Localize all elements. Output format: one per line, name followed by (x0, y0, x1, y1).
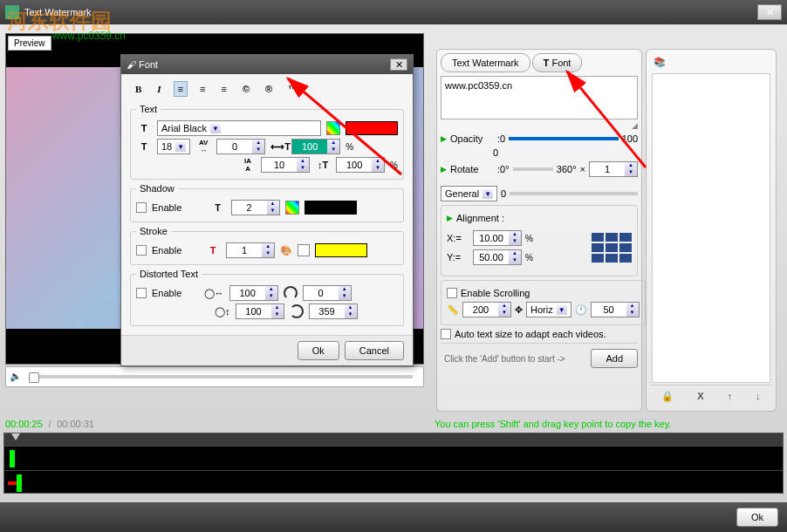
scroll-speed-spinner[interactable]: ▲▼ (591, 302, 640, 317)
font-icon: T (136, 123, 152, 133)
italic-button[interactable]: I (154, 82, 164, 96)
stroke-color-swatch[interactable] (315, 243, 367, 257)
registered-button[interactable]: ® (262, 82, 276, 96)
height-scale-icon: ↕T (315, 160, 331, 170)
align-br[interactable] (619, 254, 632, 263)
rotate-multiplier[interactable]: ▲▼ (589, 161, 638, 177)
ruler-icon: 📏 (447, 304, 459, 316)
blend-slider[interactable] (510, 192, 638, 195)
align-center-button[interactable]: ≡ (196, 82, 209, 96)
rotate-slider[interactable] (513, 167, 553, 171)
height-scale-spinner[interactable]: ▲▼ (336, 157, 385, 173)
tab-text-watermark[interactable]: Text Watermark (441, 53, 530, 72)
align-left-button[interactable]: ≡ (174, 81, 188, 97)
line-height-spinner[interactable]: ▲▼ (261, 157, 310, 173)
window-titlebar: Text Watermark ✕ (0, 0, 787, 24)
enable-scrolling-checkbox[interactable] (447, 288, 457, 298)
move-up-button[interactable]: ↑ (728, 391, 733, 402)
distort-c-spinner[interactable]: ▲▼ (236, 304, 284, 319)
playhead-icon[interactable] (11, 433, 20, 440)
opacity-label: Opacity (450, 133, 494, 144)
autosize-checkbox[interactable] (441, 329, 451, 339)
lock-button[interactable]: 🔒 (661, 391, 674, 402)
text-color-picker[interactable] (326, 121, 340, 135)
layers-icon: 📚 (654, 57, 666, 67)
align-mr[interactable] (619, 243, 632, 252)
stroke-enable-checkbox[interactable] (136, 245, 147, 256)
keyframe[interactable] (10, 450, 15, 467)
opacity-slider[interactable] (509, 137, 618, 140)
arc-horiz-icon: ◯↔ (204, 288, 224, 299)
shadow-color-picker[interactable] (285, 201, 299, 215)
arc-vert-icon: ◯↕ (215, 306, 230, 317)
add-hint: Click the 'Add' button to start -> (441, 351, 569, 367)
font-size-dropdown[interactable]: 18▼ (157, 139, 190, 154)
distort-enable-checkbox[interactable] (136, 288, 147, 298)
distort-b-spinner[interactable]: ▲▼ (303, 285, 352, 301)
resize-grip-icon[interactable]: ◢ (441, 121, 638, 130)
delete-button[interactable]: X (697, 391, 703, 402)
size-icon: T (136, 141, 152, 152)
font-dialog: 🖌 Font ✕ B I ≡ ≡ ≡ © ® ™ Text T Arial Bl… (120, 54, 414, 366)
add-button[interactable]: Add (591, 349, 638, 368)
stroke-size-spinner[interactable]: ▲▼ (226, 242, 275, 258)
align-ml[interactable] (592, 243, 604, 252)
arc-icon (290, 304, 304, 318)
main-ok-button[interactable]: Ok (736, 508, 778, 527)
timecode: 00:00:25 / 00:00:31 (5, 419, 94, 430)
watermark-text-input[interactable]: www.pc0359.cn (441, 76, 638, 119)
font-ok-button[interactable]: Ok (298, 341, 339, 360)
shadow-size-spinner[interactable]: ▲▼ (231, 200, 280, 215)
align-tr[interactable] (619, 233, 632, 242)
trademark-button[interactable]: ™ (284, 82, 301, 96)
align-tl[interactable] (592, 233, 604, 242)
text-color-swatch[interactable] (346, 121, 398, 135)
timeline[interactable] (3, 433, 784, 494)
width-scale-spinner[interactable]: ▲▼ (291, 139, 340, 154)
font-dialog-close-button[interactable]: ✕ (390, 58, 407, 71)
bold-button[interactable]: B (132, 82, 145, 96)
window-title: Text Watermark (24, 7, 92, 17)
font-family-dropdown[interactable]: Arial Black▼ (157, 120, 321, 136)
align-bc[interactable] (606, 254, 618, 263)
distort-d-spinner[interactable]: ▲▼ (309, 304, 358, 319)
tab-font[interactable]: T Font (532, 53, 583, 72)
shadow-color-swatch[interactable] (305, 201, 357, 215)
alignment-label: Alignment : (456, 213, 504, 223)
shift-tip: You can press 'Shift' and drag key point… (435, 419, 671, 429)
letter-spacing-spinner[interactable]: ▲▼ (216, 139, 265, 154)
window-close-button[interactable]: ✕ (757, 4, 782, 20)
width-scale-icon: ⟷T (270, 141, 286, 153)
scroll-direction-dropdown[interactable]: Horiz▼ (526, 302, 571, 317)
play-marker-icon: ▶ (441, 134, 447, 143)
letter-spacing-icon: AV↔ (195, 139, 211, 154)
line-height-icon: IAA (240, 157, 256, 173)
align-bl[interactable] (592, 254, 604, 263)
align-tc[interactable] (606, 233, 618, 242)
font-cancel-button[interactable]: Cancel (345, 341, 404, 360)
align-mc[interactable] (606, 243, 618, 252)
scroll-width-spinner[interactable]: ▲▼ (462, 302, 511, 317)
align-y-spinner[interactable]: ▲▼ (473, 249, 522, 265)
opacity-value: 0 (493, 147, 498, 158)
shadow-enable-checkbox[interactable] (136, 202, 147, 213)
fill-color-swatch[interactable] (298, 244, 310, 256)
copyright-button[interactable]: © (239, 82, 253, 96)
volume-slider[interactable] (29, 375, 413, 379)
alignment-grid[interactable] (592, 233, 632, 263)
keyframe[interactable] (8, 481, 17, 485)
direction-icon: ✥ (515, 304, 523, 316)
blend-mode-dropdown[interactable]: General▼ (441, 186, 497, 201)
distort-a-spinner[interactable]: ▲▼ (229, 285, 278, 301)
scrolling-group: Enable Scrolling 📏 ▲▼ ✥ Horiz▼ 🕐 ▲▼ (441, 280, 646, 325)
layers-list[interactable] (652, 73, 770, 383)
move-down-button[interactable]: ↓ (756, 391, 761, 402)
volume-icon[interactable]: 🔈 (10, 371, 22, 383)
align-right-button[interactable]: ≡ (217, 82, 229, 96)
brush-icon: 🖌 (127, 59, 136, 70)
fill-color-icon[interactable]: 🎨 (280, 245, 292, 256)
keyframe[interactable] (17, 474, 22, 492)
app-icon (5, 5, 19, 19)
align-x-spinner[interactable]: ▲▼ (473, 230, 522, 246)
preview-label: Preview (8, 36, 51, 51)
